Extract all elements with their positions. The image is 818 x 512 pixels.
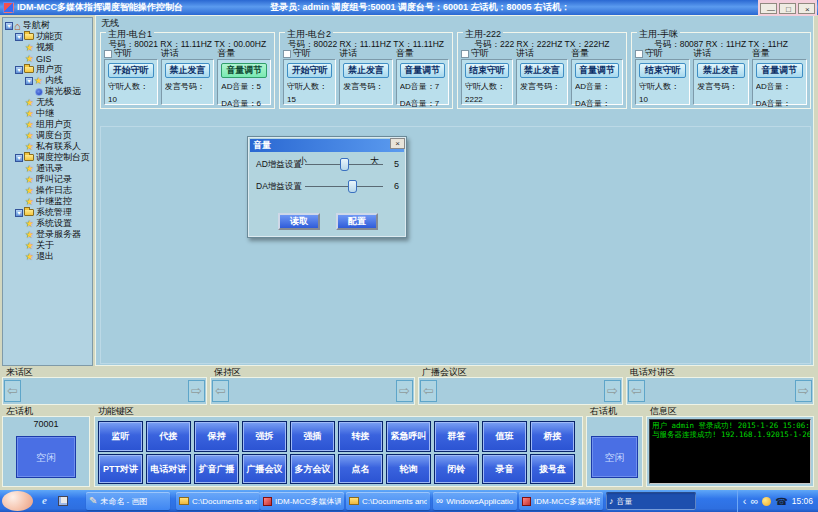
function-key-button[interactable]: 电话对讲 (146, 454, 191, 484)
forbid-speak-button[interactable]: 禁止发言 (165, 63, 211, 78)
function-key-label: 功能键区 (94, 406, 583, 416)
zone-arrow-right-icon[interactable]: ⇨ (396, 380, 413, 402)
tree-expander-icon[interactable]: ▾ (15, 209, 23, 217)
left-phone-idle-button[interactable]: 空闲 (16, 436, 76, 478)
function-key-button[interactable]: 闭铃 (434, 454, 479, 484)
forbid-speak-button[interactable]: 禁止发言 (343, 63, 388, 78)
forbid-speak-button[interactable]: 禁止发言 (520, 63, 564, 78)
tree-expander-icon[interactable]: ▾ (25, 77, 33, 85)
infinity-icon: ∞ (436, 496, 443, 506)
taskbar-task[interactable]: IDM-MCC多媒体调... (260, 492, 344, 510)
function-key-button[interactable]: 扩音广播 (194, 454, 239, 484)
minimize-button[interactable]: — (760, 3, 777, 14)
function-key-button[interactable]: 多方会议 (290, 454, 335, 484)
tray-infinity-icon[interactable]: ∞ (750, 496, 758, 507)
zone-arrow-left-icon[interactable]: ⇦ (4, 380, 21, 402)
ie-icon[interactable]: e (42, 494, 47, 507)
zone-arrow-right-icon[interactable]: ⇨ (604, 380, 621, 402)
app-icon (3, 2, 14, 13)
screen: { "window": { "title": "IDM-MCC多媒体指挥调度智能… (0, 0, 818, 512)
zone-arrow-left-icon[interactable]: ⇦ (212, 380, 229, 402)
listen-button[interactable]: 结束守听 (639, 63, 686, 78)
listen-checkbox[interactable] (635, 50, 643, 58)
function-key-button[interactable]: 代接 (146, 421, 191, 452)
function-key-button[interactable]: 强拆 (242, 421, 287, 452)
info-group: 信息区 用户 admin 登录成功! 2015-1-26 15:06:16与服务… (646, 406, 814, 488)
app-icon (522, 497, 531, 506)
ad-gain-slider-thumb[interactable] (340, 158, 349, 171)
zone-arrow-right-icon[interactable]: ⇨ (188, 380, 205, 402)
read-button[interactable]: 读取 (278, 213, 320, 230)
volume-adjust-button[interactable]: 音量调节 (575, 63, 619, 78)
info-log-line: 与服务器连接成功! 192.168.1.92015-1-26 15:06:24 (652, 430, 808, 439)
function-key-button[interactable]: 点名 (338, 454, 383, 484)
taskbar-task[interactable]: C:\Documents and... (176, 492, 260, 510)
config-button[interactable]: 配置 (336, 213, 378, 230)
tray-expand-icon[interactable]: ‹ (743, 496, 747, 507)
close-button[interactable]: × (798, 3, 815, 14)
tree-expander-icon[interactable]: ▾ (15, 66, 23, 74)
folder-icon (349, 497, 359, 505)
tree-expander-icon[interactable]: ▾ (15, 154, 23, 162)
home-icon: ⌂ (14, 21, 21, 31)
star-icon: ★ (25, 197, 34, 206)
volume-adjust-button[interactable]: 音量调节 (400, 63, 445, 78)
star-icon: ★ (25, 164, 34, 173)
listen-button[interactable]: 结束守听 (465, 63, 509, 78)
listen-count-value: 10 (108, 95, 154, 104)
da-volume-line: DA音量： (575, 98, 619, 109)
zone-label: 广播会议区 (418, 367, 623, 377)
taskbar-task-label: IDM-MCC多媒体指... (534, 496, 600, 507)
tree-expander-icon[interactable]: ▾ (5, 22, 13, 30)
function-key-button[interactable]: 转接 (338, 421, 383, 452)
da-gain-slider-track[interactable] (305, 186, 383, 187)
tree-item[interactable]: ★视频 (3, 42, 92, 53)
function-key-button[interactable]: 监听 (98, 421, 143, 452)
function-key-button[interactable]: 拨号盘 (530, 454, 575, 484)
listen-checkbox[interactable] (104, 50, 112, 58)
taskbar-task[interactable]: C:\Documents and... (346, 492, 430, 510)
forbid-speak-button[interactable]: 禁止发言 (697, 63, 744, 78)
right-phone-idle-button[interactable]: 空闲 (591, 436, 638, 478)
volume-dialog-titlebar[interactable]: 音量 (250, 139, 404, 152)
right-phone-group: 右话机 空闲 (586, 406, 643, 488)
taskbar-task[interactable]: ∞WindowsApplicatio... (433, 492, 517, 510)
show-desktop-icon[interactable] (58, 496, 68, 506)
function-key-button[interactable]: 强插 (290, 421, 335, 452)
taskbar-task[interactable]: ♪音量 (606, 492, 696, 510)
taskbar-task[interactable]: ✎未命名 - 画图 (86, 492, 170, 510)
dialog-close-button[interactable]: × (390, 138, 405, 149)
zone-arrow-right-icon[interactable]: ⇨ (795, 380, 812, 402)
zone-arrow-left-icon[interactable]: ⇦ (628, 380, 645, 402)
start-button[interactable] (2, 491, 33, 511)
listen-count-label: 守听人数： (287, 81, 332, 92)
taskbar: e ✎未命名 - 画图C:\Documents and...IDM-MCC多媒体… (0, 490, 818, 512)
function-key-button[interactable]: 录音 (482, 454, 527, 484)
taskbar-task[interactable]: IDM-MCC多媒体指... (519, 492, 603, 510)
da-gain-slider-thumb[interactable] (348, 180, 357, 193)
function-key-button[interactable]: PTT对讲 (98, 454, 143, 484)
function-key-button[interactable]: 紧急呼叫 (386, 421, 431, 452)
window-titlebar[interactable]: IDM-MCC多媒体指挥调度智能操作控制台 登录员: admin 调度组号:50… (0, 0, 818, 15)
maximize-button[interactable]: □ (779, 3, 796, 14)
function-key-button[interactable]: 轮询 (386, 454, 431, 484)
function-key-button[interactable]: 桥接 (530, 421, 575, 452)
zone-label: 来话区 (2, 367, 207, 377)
dot-icon (35, 88, 43, 96)
function-key-button[interactable]: 群答 (434, 421, 479, 452)
volume-adjust-button[interactable]: 音量调节 (221, 63, 267, 78)
tray-phone-icon[interactable]: ☎ (775, 496, 787, 507)
listen-button[interactable]: 开始守听 (108, 63, 154, 78)
listen-button[interactable]: 开始守听 (287, 63, 332, 78)
listen-checkbox[interactable] (283, 50, 291, 58)
function-key-button[interactable]: 保持 (194, 421, 239, 452)
zone-arrow-left-icon[interactable]: ⇦ (420, 380, 437, 402)
function-key-button[interactable]: 值班 (482, 421, 527, 452)
volume-adjust-button[interactable]: 音量调节 (756, 63, 803, 78)
listen-checkbox[interactable] (461, 50, 469, 58)
function-key-button[interactable]: 广播会议 (242, 454, 287, 484)
tree-item[interactable]: ★退出 (3, 251, 92, 262)
da-volume-line: DA音量：6 (221, 98, 267, 109)
tree-expander-icon[interactable]: ▾ (15, 33, 23, 41)
tray-app-icon[interactable] (762, 497, 771, 506)
